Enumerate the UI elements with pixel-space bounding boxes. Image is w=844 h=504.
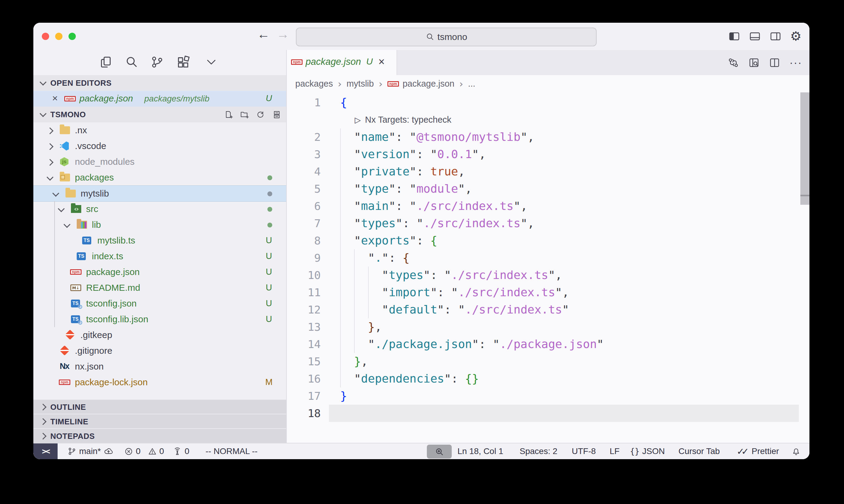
- typescript-icon: [77, 252, 86, 260]
- code-token: ": [548, 268, 555, 282]
- extensions-icon[interactable]: [176, 55, 190, 69]
- scrollbar-thumb[interactable]: [800, 196, 809, 205]
- tree-item-nx-json[interactable]: nx.json: [33, 359, 286, 374]
- code-token: [340, 320, 368, 334]
- code-token: ,: [562, 286, 569, 299]
- minimize-window-button[interactable]: [55, 33, 63, 40]
- encoding-setting[interactable]: UTF-8: [572, 444, 596, 459]
- titlebar: ← → tsmono ⚙: [33, 23, 809, 50]
- zoom-indicator[interactable]: [427, 445, 452, 458]
- code-token: ./src/index.ts: [458, 286, 555, 299]
- tree-item-tsconfig-lib[interactable]: tsconfig.lib.json U: [33, 311, 286, 327]
- close-window-button[interactable]: [42, 33, 49, 40]
- back-arrow-icon[interactable]: ←: [255, 27, 272, 41]
- tree-item-src[interactable]: src: [33, 201, 286, 217]
- remote-indicator[interactable]: ><: [33, 444, 57, 459]
- tree-item-tsconfig[interactable]: tsconfig.json U: [33, 295, 286, 311]
- code-line[interactable]: {: [340, 94, 347, 111]
- tree-item-label: lib: [92, 220, 101, 230]
- cursor-position[interactable]: Ln 18, Col 1: [458, 444, 503, 459]
- code-line[interactable]: "exports": {: [340, 232, 437, 249]
- collapse-all-icon[interactable]: [272, 110, 281, 119]
- explorer-icon[interactable]: [99, 55, 113, 69]
- zoom-window-button[interactable]: [69, 33, 76, 40]
- code-line[interactable]: }: [340, 388, 347, 404]
- code-line[interactable]: "version": "0.0.1",: [340, 146, 486, 163]
- language-mode[interactable]: {} JSON: [630, 444, 665, 459]
- code-line[interactable]: ".": {: [340, 249, 410, 267]
- indentation-setting[interactable]: Spaces: 2: [520, 444, 557, 459]
- code-area[interactable]: 1{▷Nx Targets: typecheck2 "name": "@tsmo…: [287, 50, 809, 443]
- code-token: {: [430, 234, 437, 247]
- markdown-icon: [70, 284, 81, 291]
- code-line[interactable]: "main": "./src/index.ts",: [340, 197, 528, 215]
- code-line[interactable]: "import": "./src/index.ts",: [340, 284, 569, 301]
- code-line[interactable]: "./package.json": "./package.json": [340, 336, 604, 353]
- forward-arrow-icon[interactable]: →: [275, 27, 291, 41]
- code-line[interactable]: },: [340, 318, 382, 336]
- code-token: {: [402, 251, 410, 265]
- code-line[interactable]: "default": "./src/index.ts": [340, 301, 569, 318]
- formatter-status[interactable]: ✓✓ Prettier: [737, 444, 779, 459]
- code-line[interactable]: "private": true,: [340, 163, 465, 180]
- cursor-tab-toggle[interactable]: Cursor Tab: [678, 444, 720, 459]
- code-token: ,: [458, 165, 465, 178]
- tree-item-package-lock[interactable]: package-lock.json M: [33, 374, 286, 390]
- tree-item-gitignore[interactable]: .gitignore: [33, 343, 286, 359]
- code-token: ": [410, 147, 416, 161]
- code-token: ": [520, 217, 528, 230]
- errors-icon: [124, 447, 133, 456]
- codelens-run-link[interactable]: ▷Nx Targets: typecheck: [355, 111, 451, 128]
- open-editor-entry[interactable]: × package.json packages/mytslib U: [33, 91, 286, 107]
- ports-status[interactable]: 0: [173, 444, 189, 459]
- code-line[interactable]: "types": "./src/index.ts",: [340, 267, 562, 284]
- code-line[interactable]: "dependencies": {}: [340, 370, 479, 388]
- toggle-secondary-sidebar-icon[interactable]: [770, 30, 781, 42]
- toggle-primary-sidebar-icon[interactable]: [728, 30, 740, 42]
- tree-item-vscode-folder[interactable]: .vscode: [33, 138, 286, 154]
- tree-item-package-json[interactable]: package.json U: [33, 264, 286, 280]
- notepads-section-header[interactable]: NOTEPADS: [33, 428, 286, 444]
- tree-item-label: .nx: [75, 125, 87, 136]
- chevron-down-icon[interactable]: [205, 57, 218, 67]
- source-control-icon[interactable]: [150, 55, 164, 69]
- new-file-icon[interactable]: [224, 110, 234, 119]
- eol-setting[interactable]: LF: [610, 444, 620, 459]
- tree-item-index-ts[interactable]: index.ts U: [33, 248, 286, 264]
- tree-item-nx-folder[interactable]: .nx: [33, 122, 286, 138]
- chevron-down-icon: [52, 190, 59, 197]
- tree-item-packages[interactable]: packages: [33, 169, 286, 185]
- tree-item-readme[interactable]: README.md U: [33, 280, 286, 295]
- settings-gear-icon[interactable]: ⚙: [790, 30, 802, 43]
- project-section-header[interactable]: TSMONO: [33, 107, 286, 122]
- line-number: 3: [287, 146, 321, 163]
- tree-item-mytslib-ts[interactable]: mytslib.ts U: [33, 233, 286, 248]
- new-folder-icon[interactable]: [240, 110, 249, 119]
- code-token: dependencies: [361, 372, 444, 385]
- code-line[interactable]: },: [340, 353, 368, 370]
- open-editors-header[interactable]: OPEN EDITORS: [33, 75, 286, 91]
- problems-status[interactable]: 0 0: [124, 444, 164, 459]
- code-line[interactable]: "name": "@tsmono/mytslib",: [340, 128, 534, 146]
- timeline-section-header[interactable]: TIMELINE: [33, 414, 286, 429]
- toggle-panel-icon[interactable]: [749, 30, 761, 42]
- code-token: ,: [479, 147, 486, 161]
- tree-item-lib[interactable]: lib: [33, 217, 286, 233]
- refresh-icon[interactable]: [256, 110, 265, 119]
- vim-mode[interactable]: -- NORMAL --: [206, 444, 258, 459]
- tree-item-mytslib[interactable]: mytslib: [33, 185, 286, 202]
- scrollbar-thumb[interactable]: [800, 92, 809, 195]
- branch-status[interactable]: main*: [67, 444, 114, 459]
- command-center-search[interactable]: tsmono: [296, 28, 597, 46]
- code-line[interactable]: "type": "module",: [340, 180, 472, 197]
- src-folder-icon: [71, 205, 81, 213]
- notifications-bell[interactable]: [791, 444, 801, 459]
- code-token: ./package.json: [500, 337, 597, 351]
- search-view-icon[interactable]: [124, 55, 138, 69]
- tree-item-node-modules[interactable]: node_modules: [33, 154, 286, 169]
- close-editor-icon[interactable]: ×: [52, 93, 58, 104]
- code-line[interactable]: "types": "./src/index.ts",: [340, 215, 534, 232]
- warnings-count: 0: [159, 447, 164, 456]
- outline-section-header[interactable]: OUTLINE: [33, 399, 286, 414]
- tree-item-gitkeep[interactable]: .gitkeep: [33, 327, 286, 343]
